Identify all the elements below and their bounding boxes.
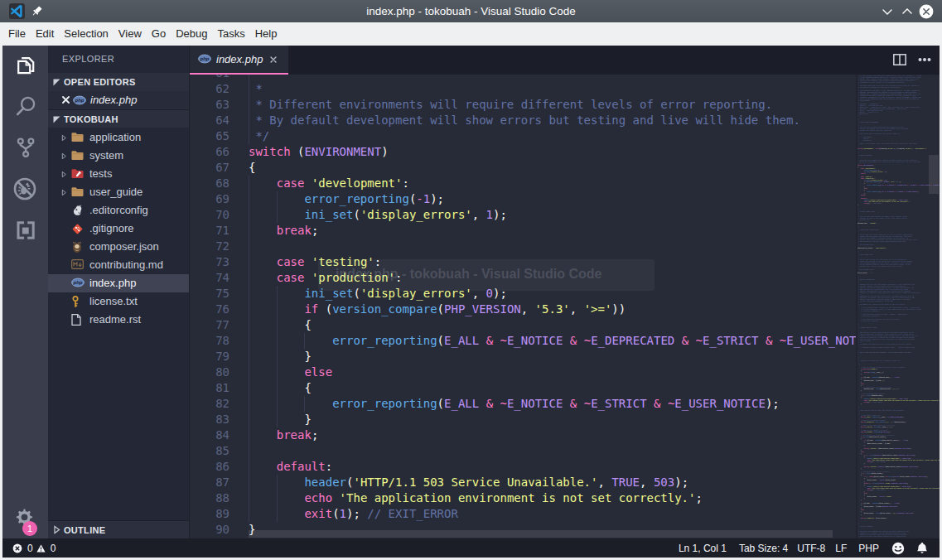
line-number: 61 xyxy=(190,75,229,81)
code-text: if (version_compare(PHP_VERSION, '5.3', … xyxy=(249,302,626,317)
menu-edit[interactable]: Edit xyxy=(31,22,59,46)
tree-item-label: .gitignore xyxy=(89,220,133,238)
code-editor[interactable]: 61 *------------------------------------… xyxy=(190,75,856,538)
tree-item-license-txt[interactable]: license.txt xyxy=(48,292,190,311)
activity-search-icon[interactable] xyxy=(2,87,48,128)
status-tab-size-4[interactable]: Tab Size: 4 xyxy=(739,543,788,554)
vertical-scrollbar[interactable] xyxy=(929,155,939,194)
tree-item-label: system xyxy=(89,147,123,165)
tree-item-user-guide[interactable]: user_guide xyxy=(48,183,190,201)
markdown-icon xyxy=(71,259,85,271)
line-number: 68 xyxy=(190,176,229,191)
activity-extensions-icon[interactable] xyxy=(2,211,48,253)
tree-item-readme-rst[interactable]: readme.rst xyxy=(48,311,190,329)
more-actions-icon[interactable] xyxy=(918,57,931,62)
tree-item-system[interactable]: system xyxy=(48,147,190,165)
settings-button[interactable]: 1 xyxy=(2,497,48,538)
activity-files-icon[interactable] xyxy=(2,46,48,87)
line-number: 75 xyxy=(190,286,229,302)
code-text: else xyxy=(249,364,332,380)
tab-label: index.php xyxy=(216,46,263,73)
line-number: 87 xyxy=(190,475,229,490)
activity-source-control-icon[interactable] xyxy=(2,128,48,170)
open-editors-header[interactable]: OPEN EDITORS xyxy=(48,73,190,91)
menubar: FileEditSelectionViewGoDebugTasksHelp xyxy=(0,22,942,46)
code-text: switch (ENVIRONMENT) xyxy=(249,144,389,160)
tree-item-label: application xyxy=(89,128,141,147)
tree-item-label: index.php xyxy=(89,274,136,292)
chevron-up-icon xyxy=(900,4,915,19)
activity-debug-icon[interactable] xyxy=(2,170,48,211)
tree-item-tests[interactable]: tests xyxy=(48,165,190,183)
line-number: 62 xyxy=(190,81,229,97)
line-number: 64 xyxy=(190,113,229,128)
editor-group: php index.php 61 *----------------------… xyxy=(189,46,940,538)
close-icon xyxy=(269,56,278,64)
tree-item-label: .editorconfig xyxy=(89,201,148,220)
line-number: 82 xyxy=(190,396,229,412)
status-warning-icon[interactable]: 0 xyxy=(36,543,56,554)
menu-debug[interactable]: Debug xyxy=(171,22,212,46)
tree-item-index-php[interactable]: php index.php xyxy=(48,274,190,292)
tree-item-contributing-md[interactable]: contributing.md xyxy=(48,256,190,274)
maximize-button[interactable] xyxy=(900,4,915,19)
line-number: 70 xyxy=(190,207,229,223)
folder-icon xyxy=(71,132,85,143)
line-number: 67 xyxy=(190,160,229,176)
code-text: *---------------------------------------… xyxy=(249,75,703,81)
status-bell-icon[interactable] xyxy=(916,542,928,554)
line-number: 90 xyxy=(190,522,229,538)
settings-badge: 1 xyxy=(22,521,37,536)
folder-chevron-icon xyxy=(61,189,67,196)
line-number: 77 xyxy=(190,317,229,333)
indent-guide xyxy=(304,396,305,412)
line-number: 69 xyxy=(190,191,229,207)
outline-section-header[interactable]: OUTLINE xyxy=(48,520,190,538)
folder-chevron-icon xyxy=(61,152,67,160)
tree-item-application[interactable]: application xyxy=(48,128,190,147)
minimap[interactable]: <?php/** * CodeIgniter * * An open sourc… xyxy=(856,75,940,538)
split-editor-icon xyxy=(893,54,906,65)
status-lf[interactable]: LF xyxy=(835,543,847,554)
activity-bar: 1 xyxy=(2,46,48,538)
folder-section-header[interactable]: TOKOBUAH xyxy=(48,109,190,128)
section-expanded-icon xyxy=(52,77,61,86)
titlebar[interactable]: index.php - tokobuah - Visual Studio Cod… xyxy=(0,0,942,22)
tab-close-icon[interactable] xyxy=(269,56,278,64)
code-text: error_reporting(-1); xyxy=(249,191,444,207)
status-utf-8[interactable]: UTF-8 xyxy=(797,543,825,554)
menu-help[interactable]: Help xyxy=(250,22,283,46)
menu-file[interactable]: File xyxy=(3,22,31,46)
horizontal-scrollbar[interactable] xyxy=(249,530,833,538)
code-text: break; xyxy=(249,223,318,239)
indent-guide xyxy=(277,191,278,223)
code-text: * By default development will show error… xyxy=(249,113,800,128)
minimize-button[interactable] xyxy=(880,4,895,19)
code-text: exit(1); // EXIT_ERROR xyxy=(249,506,458,522)
split-editor-icon[interactable] xyxy=(893,54,906,65)
tree-item-composer-json[interactable]: composer.json xyxy=(48,238,190,256)
status-bar: 0 0 Ln 1, Col 1Tab Size: 4UTF-8LFPHP xyxy=(2,538,940,558)
menu-tasks[interactable]: Tasks xyxy=(212,22,249,46)
line-number: 85 xyxy=(190,443,229,459)
line-number: 73 xyxy=(190,254,229,270)
tree-item--editorconfig[interactable]: .editorconfig xyxy=(48,201,190,220)
tab-index-php[interactable]: php index.php xyxy=(190,46,288,75)
code-text: header('HTTP/1.1 503 Service Unavailable… xyxy=(249,475,688,490)
code-text: error_reporting(E_ALL & ~E_NOTICE & ~E_D… xyxy=(249,333,856,349)
menu-go[interactable]: Go xyxy=(147,22,171,46)
svg-text:php: php xyxy=(75,98,85,103)
status-php[interactable]: PHP xyxy=(858,543,879,554)
tree-item--gitignore[interactable]: .gitignore xyxy=(48,220,190,238)
close-editor-icon[interactable] xyxy=(61,95,70,104)
menu-selection[interactable]: Selection xyxy=(59,22,113,46)
indent-guide xyxy=(249,75,249,144)
status-feedback-smiley-icon[interactable] xyxy=(891,542,905,555)
window-title-tooltip-ghost: index.php - tokobuah - Visual Studio Cod… xyxy=(318,259,655,291)
status-error-icon[interactable]: 0 xyxy=(12,543,33,554)
status-ln-1-col-1[interactable]: Ln 1, Col 1 xyxy=(679,543,727,554)
git-icon xyxy=(71,223,85,234)
menu-view[interactable]: View xyxy=(114,22,147,46)
open-editor-item-index-php[interactable]: php index.php xyxy=(48,91,190,109)
close-button[interactable] xyxy=(919,4,934,19)
